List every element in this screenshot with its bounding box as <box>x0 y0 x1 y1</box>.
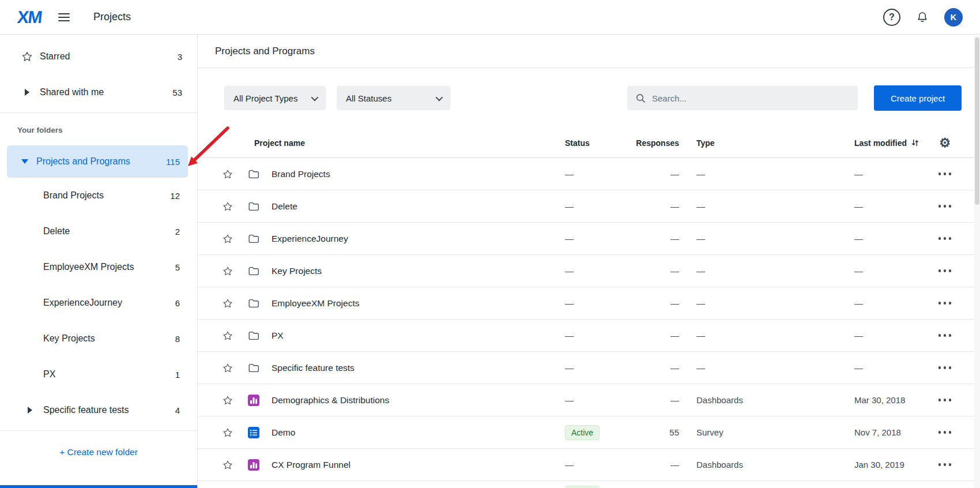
project-name[interactable]: Brand Projects <box>267 169 565 179</box>
last-modified-value: Mar 30, 2018 <box>854 395 922 405</box>
hamburger-menu-button[interactable] <box>58 11 70 24</box>
table-row[interactable]: Delete — — — — <box>198 190 980 223</box>
table-row[interactable]: Demographics & Distributions — — Dashboa… <box>198 384 980 416</box>
row-more-menu-button[interactable] <box>934 234 956 243</box>
folder-count: 8 <box>175 334 180 344</box>
project-name[interactable]: Key Projects <box>267 266 565 276</box>
row-star-button[interactable] <box>222 265 233 277</box>
folder-icon <box>247 297 260 310</box>
column-header-last-modified[interactable]: Last modified <box>854 138 922 148</box>
row-star-button[interactable] <box>222 201 233 212</box>
project-type-filter-dropdown[interactable]: All Project Types <box>224 86 326 110</box>
sidebar: Starred 3 Shared with me 53 Your folders… <box>0 35 198 488</box>
row-star-button[interactable] <box>222 168 233 180</box>
row-star-button[interactable] <box>222 330 233 341</box>
vertical-scrollbar[interactable] <box>974 35 980 488</box>
project-name[interactable]: Demographics & Distributions <box>267 395 565 406</box>
sidebar-folder-item[interactable]: Specific feature tests 4 <box>0 392 197 428</box>
status-filter-dropdown[interactable]: All Statuses <box>337 86 450 110</box>
star-icon <box>222 201 233 212</box>
folder-count: 12 <box>170 191 180 201</box>
project-name[interactable]: Specific feature tests <box>267 363 565 373</box>
scrollbar-thumb[interactable] <box>975 37 979 205</box>
sidebar-folder-item[interactable]: ExperienceJourney 6 <box>0 285 197 321</box>
folder-label: Brand Projects <box>43 190 104 201</box>
project-name[interactable]: PX <box>267 331 565 341</box>
table-row-partial[interactable]: Active <box>198 481 980 488</box>
row-more-menu-button[interactable] <box>934 266 956 276</box>
row-more-menu-button[interactable] <box>934 460 956 470</box>
status-value: — <box>565 266 574 276</box>
type-value: — <box>679 331 854 340</box>
status-value: — <box>565 331 574 340</box>
filter-bar: All Project Types All Statuses Create pr… <box>198 85 980 111</box>
row-star-button[interactable] <box>222 395 233 406</box>
star-icon <box>222 298 233 309</box>
table-row[interactable]: Brand Projects — — — — <box>198 158 980 190</box>
search-input[interactable] <box>652 93 850 103</box>
table-row[interactable]: Demo Active 55 Survey Nov 7, 2018 <box>198 416 980 449</box>
sidebar-folder-item[interactable]: Key Projects 8 <box>0 321 197 356</box>
sidebar-item-projects-and-programs[interactable]: Projects and Programs 115 <box>7 145 188 178</box>
star-icon <box>222 362 233 374</box>
hamburger-icon <box>58 11 70 24</box>
row-more-menu-button[interactable] <box>934 201 956 211</box>
last-modified-value: — <box>854 234 922 243</box>
row-star-button[interactable] <box>222 298 233 309</box>
notifications-button[interactable] <box>915 10 929 24</box>
row-star-button[interactable] <box>222 233 233 245</box>
sidebar-folder-item[interactable]: Brand Projects 12 <box>0 178 197 213</box>
row-star-button[interactable] <box>222 427 233 438</box>
row-more-menu-button[interactable] <box>934 298 956 308</box>
last-modified-value: — <box>854 169 922 179</box>
table-settings-button[interactable]: ⚙ <box>922 137 968 149</box>
responses-value: — <box>628 169 679 179</box>
create-project-button[interactable]: Create project <box>874 85 962 111</box>
caret-right-icon <box>25 89 29 96</box>
sidebar-folder-item[interactable]: Delete 2 <box>0 213 197 249</box>
row-star-button[interactable] <box>222 362 233 374</box>
table-row[interactable]: Specific feature tests — — — — <box>198 352 980 384</box>
folder-count: 1 <box>175 370 180 380</box>
sidebar-folder-item[interactable]: PX 1 <box>0 356 197 392</box>
type-value: — <box>679 363 854 373</box>
star-icon <box>222 233 233 245</box>
project-name[interactable]: Demo <box>267 427 565 438</box>
table-row[interactable]: Key Projects — — — — <box>198 255 980 287</box>
shared-label: Shared with me <box>40 87 104 97</box>
user-avatar[interactable]: K <box>944 8 963 27</box>
shared-count: 53 <box>172 88 182 97</box>
your-folders-label: Your folders <box>17 126 197 137</box>
sidebar-folder-item[interactable]: EmployeeXM Projects 5 <box>0 249 197 285</box>
project-name[interactable]: ExperienceJourney <box>267 234 565 244</box>
sidebar-item-shared-with-me[interactable]: Shared with me 53 <box>0 74 197 110</box>
folder-icon <box>247 265 260 277</box>
last-modified-value: — <box>854 266 922 276</box>
status-value: — <box>565 169 574 179</box>
sidebar-item-starred[interactable]: Starred 3 <box>0 39 197 74</box>
folder-label: Delete <box>43 226 70 237</box>
table-row[interactable]: PX — — — — <box>198 320 980 352</box>
table-row[interactable]: CX Program Funnel — — Dashboards Jan 30,… <box>198 449 980 481</box>
last-modified-value: Jan 30, 2019 <box>854 460 922 470</box>
row-star-button[interactable] <box>222 459 233 471</box>
type-value: — <box>679 169 854 179</box>
column-header-responses: Responses <box>628 138 679 148</box>
table-row[interactable]: ExperienceJourney — — — — <box>198 223 980 255</box>
help-button[interactable]: ? <box>883 9 900 26</box>
create-new-folder-button[interactable]: + Create new folder <box>0 436 197 469</box>
table-body: Brand Projects — — — — <box>198 158 980 481</box>
row-more-menu-button[interactable] <box>934 427 956 437</box>
row-more-menu-button[interactable] <box>934 395 956 405</box>
table-row[interactable]: EmployeeXM Projects — — — — <box>198 287 980 320</box>
type-value: — <box>679 234 854 243</box>
sidebar-bottom-accent-bar <box>0 485 197 488</box>
row-more-menu-button[interactable] <box>934 363 956 373</box>
column-header-status: Status <box>565 138 628 148</box>
row-more-menu-button[interactable] <box>934 169 956 179</box>
project-name[interactable]: Delete <box>267 201 565 212</box>
last-modified-value: — <box>854 331 922 340</box>
row-more-menu-button[interactable] <box>934 331 956 340</box>
project-name[interactable]: EmployeeXM Projects <box>267 298 565 309</box>
project-name[interactable]: CX Program Funnel <box>267 460 565 470</box>
